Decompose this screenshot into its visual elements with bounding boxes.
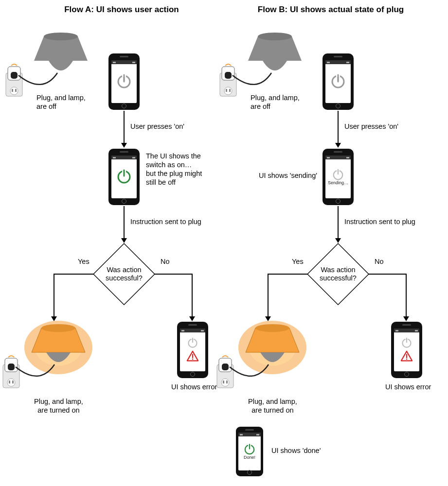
flow-b-no-caption: UI shows error — [385, 382, 431, 391]
svg-rect-41 — [226, 381, 228, 383]
decision-b: Was action successful? — [307, 243, 369, 305]
lamp-on-illustration-a — [0, 313, 102, 391]
svg-rect-15 — [12, 89, 13, 92]
decision-no-a: No — [161, 258, 170, 266]
svg-rect-18 — [11, 72, 18, 79]
edge-user-presses-b: User presses 'on' — [344, 122, 398, 131]
power-icon-off — [116, 73, 132, 90]
power-icon-dim — [187, 337, 198, 349]
flow-b-step1-caption: Plug, and lamp, are off — [251, 93, 300, 111]
decision-no-b: No — [375, 258, 384, 266]
flow-a-yes-caption: Plug, and lamp, are turned on — [34, 397, 83, 415]
edge-user-presses-a: User presses 'on' — [130, 122, 184, 131]
power-icon-on — [243, 443, 256, 456]
phone-error-a — [177, 322, 208, 378]
lamp-off-illustration — [5, 27, 102, 100]
sending-text: Sending… — [328, 180, 348, 185]
flow-a-step2-caption: The UI shows the switch as on… but the p… — [146, 152, 202, 187]
flow-a-title: Flow A: UI shows user action — [29, 5, 214, 15]
svg-rect-27 — [8, 364, 15, 370]
done-text: Done! — [244, 455, 255, 460]
flow-b-done-caption: UI shows 'done' — [271, 446, 321, 455]
phone-off-a — [108, 53, 140, 110]
svg-rect-34 — [225, 72, 232, 79]
svg-point-30 — [224, 87, 232, 95]
svg-rect-24 — [9, 381, 10, 383]
power-icon-off — [330, 73, 346, 90]
power-icon-dim — [401, 337, 412, 349]
phone-off-b — [323, 53, 354, 110]
edge-instruction-a: Instruction sent to plug — [130, 218, 201, 226]
svg-point-12 — [44, 33, 78, 40]
svg-point-14 — [10, 87, 18, 95]
power-icon-on — [116, 169, 132, 185]
svg-rect-32 — [229, 89, 231, 92]
svg-point-28 — [258, 33, 292, 40]
svg-point-21 — [41, 324, 75, 332]
lamp-on-illustration-b — [214, 313, 316, 391]
phone-sending-b: Sending… — [323, 149, 354, 205]
svg-rect-31 — [226, 89, 227, 92]
decision-a: Was action successful? — [93, 243, 155, 305]
flow-b-title: Flow B: UI shows actual state of plug — [238, 5, 423, 15]
phone-done-b: Done! — [236, 427, 263, 476]
svg-point-37 — [255, 324, 289, 332]
svg-point-39 — [221, 379, 229, 386]
flow-b-step2-caption: UI shows 'sending' — [259, 171, 317, 180]
edge-instruction-b: Instruction sent to plug — [344, 218, 415, 226]
power-icon-dim — [332, 169, 344, 181]
flow-b-yes-caption: Plug, and lamp, are turned on — [248, 397, 297, 415]
svg-rect-43 — [222, 364, 229, 370]
svg-rect-40 — [223, 381, 224, 383]
lamp-off-illustration-b — [219, 27, 316, 100]
flow-a-no-caption: UI shows error — [171, 382, 217, 391]
flow-a-step1-caption: Plug, and lamp, are off — [36, 93, 86, 111]
svg-rect-25 — [12, 381, 14, 383]
warning-icon — [186, 350, 199, 363]
svg-rect-16 — [15, 89, 17, 92]
decision-yes-a: Yes — [78, 258, 90, 266]
phone-on-a — [108, 149, 140, 205]
phone-error-b — [391, 322, 422, 378]
svg-point-23 — [7, 379, 15, 386]
decision-yes-b: Yes — [292, 258, 304, 266]
warning-icon — [400, 350, 413, 363]
